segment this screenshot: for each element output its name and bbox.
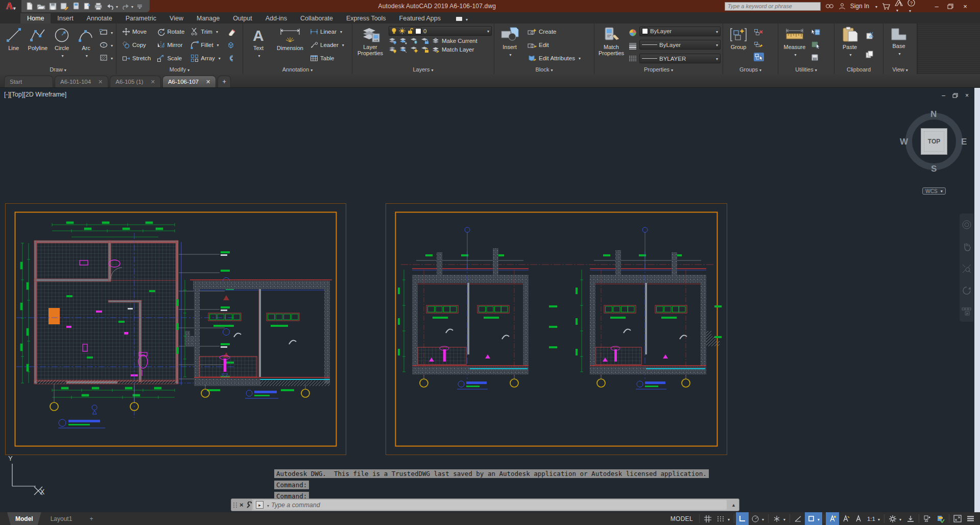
measure-button[interactable]: Measure	[780, 25, 809, 65]
text-caret-icon[interactable]	[258, 52, 260, 58]
isodraft-toggle[interactable]	[770, 512, 788, 525]
file-tab-a6-101-104[interactable]: A6-101-104✕	[55, 76, 108, 87]
qat-customize-button[interactable]	[137, 4, 142, 9]
command-input[interactable]: ▸ Type a command	[253, 500, 727, 510]
doc-minimize-button[interactable]: –	[942, 92, 945, 99]
model-tab[interactable]: Model	[7, 512, 41, 525]
rectangle-button[interactable]	[99, 28, 114, 37]
match-properties-button[interactable]: Match Properties	[596, 25, 626, 65]
insert-caret-icon[interactable]	[509, 51, 511, 57]
viewcube-east[interactable]: E	[961, 137, 967, 147]
trim-button[interactable]: Trim	[189, 27, 222, 37]
search-icon[interactable]	[825, 3, 834, 10]
tab-manage[interactable]: Manage	[190, 13, 226, 23]
fillet-button[interactable]: Fillet	[189, 40, 222, 50]
new-file-button[interactable]	[26, 2, 33, 10]
navigation-wheel-icon[interactable]	[962, 220, 972, 230]
file-tab-a6-106-107[interactable]: A6-106-107✕	[162, 76, 216, 87]
group-selection-toggle[interactable]	[754, 53, 764, 61]
save-as-button[interactable]	[60, 3, 69, 10]
panel-label-block[interactable]: Block	[494, 65, 594, 74]
quick-calculator-button[interactable]	[811, 54, 820, 61]
line-button[interactable]: Line	[2, 25, 25, 65]
ungroup-button[interactable]	[754, 29, 764, 36]
layer-thaw2-icon[interactable]	[410, 46, 418, 53]
show-motion-icon[interactable]	[962, 307, 972, 316]
edit-attributes-caret-icon[interactable]	[579, 55, 581, 61]
viewcube-west[interactable]: W	[900, 137, 908, 147]
block-edit-button[interactable]: Edit	[526, 40, 582, 50]
panel-label-view[interactable]: View	[883, 65, 917, 74]
paste-button[interactable]: Paste	[836, 25, 863, 65]
doc-close-button[interactable]: ×	[965, 92, 969, 99]
layer-off-icon[interactable]	[389, 37, 397, 44]
layout1-tab[interactable]: Layout1	[42, 512, 81, 525]
annotation-visibility-toggle[interactable]	[826, 512, 839, 525]
erase-button[interactable]	[225, 27, 237, 37]
dimension-button[interactable]: Dimension	[274, 25, 306, 65]
object-snap-toggle[interactable]	[805, 512, 822, 525]
plot-button[interactable]	[73, 2, 80, 10]
object-snap-tracking-toggle[interactable]	[792, 512, 805, 525]
panel-label-draw[interactable]: Draw	[0, 65, 116, 74]
tab-annotate[interactable]: Annotate	[80, 13, 119, 23]
ortho-toggle[interactable]	[736, 512, 749, 525]
object-color-dropdown[interactable]: ByLayer	[639, 27, 721, 36]
panel-label-layers[interactable]: Layers	[352, 65, 494, 74]
autodesk-account-icon[interactable]	[895, 0, 903, 13]
units-button[interactable]	[921, 512, 934, 525]
viewport-controls[interactable]: [-][Top][2D Wireframe]	[4, 91, 66, 98]
minimize-button[interactable]: –	[933, 3, 940, 10]
cut-button[interactable]	[865, 32, 874, 39]
autocad-logo-icon[interactable]: A	[0, 0, 21, 12]
color-wheel-icon[interactable]	[629, 29, 637, 37]
group-edit-button[interactable]	[754, 40, 764, 47]
tab2-close-icon[interactable]: ✕	[151, 79, 155, 85]
drawing-canvas[interactable]: [-][Top][2D Wireframe] – × N W E S TOP W…	[0, 88, 980, 512]
tab-output[interactable]: Output	[226, 13, 259, 23]
polyline-button[interactable]: Polyline	[26, 25, 49, 65]
annotation-autoscale-toggle[interactable]	[839, 512, 852, 525]
annotation-scale-icon[interactable]	[852, 512, 865, 525]
panel-label-clipboard[interactable]: Clipboard	[834, 65, 883, 74]
measure-caret-icon[interactable]	[794, 51, 796, 57]
command-expand-icon[interactable]: ▲	[728, 503, 739, 508]
sign-in-caret-icon[interactable]	[875, 3, 877, 9]
customization-menu-button[interactable]	[964, 512, 977, 525]
workspace-caret-icon[interactable]	[899, 516, 901, 522]
orbit-icon[interactable]	[962, 285, 972, 296]
command-line[interactable]: × ▸ Type a command ▲	[231, 498, 739, 511]
pan-icon[interactable]	[962, 242, 972, 252]
command-close-icon[interactable]: ×	[240, 501, 244, 509]
command-recent-caret-icon[interactable]	[267, 502, 269, 508]
file-tab-a6-105[interactable]: A6-105 (1)✕	[110, 76, 161, 87]
panel-label-modify[interactable]: Modify	[116, 65, 243, 74]
trim-caret-icon[interactable]	[216, 29, 218, 35]
linear-button[interactable]: Linear	[308, 27, 346, 37]
snap-caret-icon[interactable]	[728, 516, 730, 522]
linear-caret-icon[interactable]	[340, 29, 342, 35]
open-file-button[interactable]	[37, 3, 45, 10]
layer-on2-icon[interactable]	[389, 46, 397, 53]
print-button[interactable]	[94, 3, 103, 10]
layer-isolate-icon[interactable]	[399, 37, 408, 44]
mirror-button[interactable]: Mirror	[155, 40, 186, 50]
undo-button[interactable]	[106, 3, 118, 10]
linetype-icon[interactable]	[629, 55, 637, 61]
add-layout-tab[interactable]: +	[81, 512, 101, 525]
stretch-button[interactable]: Stretch	[121, 53, 152, 63]
save-button[interactable]	[49, 3, 57, 10]
workspace-switching-button[interactable]	[886, 512, 904, 525]
offset-button[interactable]	[225, 53, 237, 63]
array-caret-icon[interactable]	[219, 55, 221, 61]
sign-in-button[interactable]: Sign In	[850, 3, 869, 10]
osnap-caret-icon[interactable]	[818, 516, 820, 522]
zoom-extents-icon[interactable]	[962, 264, 972, 274]
tab-insert[interactable]: Insert	[51, 13, 80, 23]
redo-button[interactable]	[122, 3, 133, 10]
layout-sheet-1[interactable]	[5, 203, 346, 455]
viewcube-top-face[interactable]: TOP	[921, 128, 947, 155]
tab-express-tools[interactable]: Express Tools	[340, 13, 393, 23]
layer-dropdown[interactable]: 0	[389, 26, 492, 36]
quick-select-button[interactable]	[811, 29, 820, 36]
